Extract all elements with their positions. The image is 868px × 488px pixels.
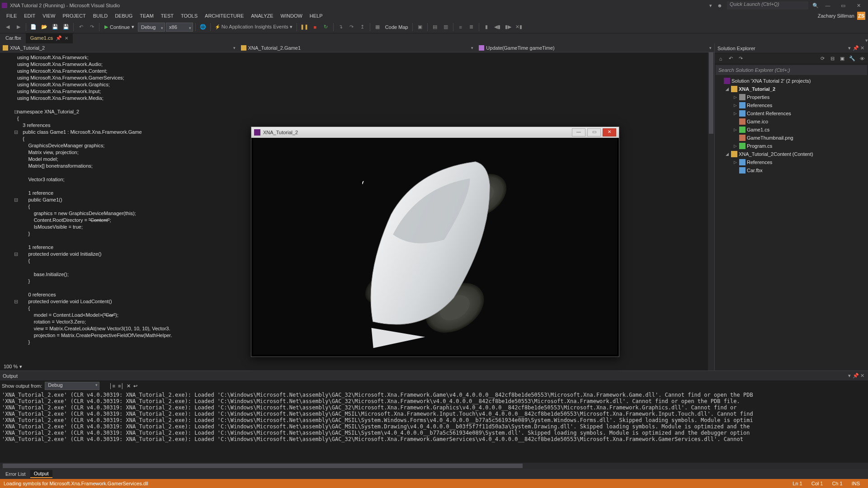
pane-dropdown-icon[interactable]: ▾ [846,45,853,51]
app-insights[interactable]: ⚡ No Application Insights Events ▾ [213,24,294,30]
platform-combo[interactable]: x86 [166,23,193,32]
new-button[interactable]: 📄 [28,22,38,32]
tb-icon-2[interactable]: ▤ [430,22,440,32]
home-icon[interactable]: ⌂ [717,55,725,63]
game-titlebar[interactable]: XNA_Tutorial_2 — ▭ ✕ [251,127,619,138]
game-minimize[interactable]: — [572,128,585,136]
solexp-search[interactable]: Search Solution Explorer (Ctrl+;) [716,65,867,75]
filetab-game1-cs[interactable]: Game1.cs📌✕ [26,33,73,43]
config-combo[interactable]: Debug [138,23,165,32]
output-source-combo[interactable]: Debug [45,382,99,390]
collapse-icon[interactable]: ⊟ [828,55,836,63]
tree-references[interactable]: ▷References [715,158,868,166]
menu-build[interactable]: BUILD [90,13,111,19]
tree-xna_tutorial_2[interactable]: ◢XNA_Tutorial_2 [715,85,868,93]
tree-xna_tutorial_2content-content-[interactable]: ◢XNA_Tutorial_2Content (Content) [715,150,868,158]
zoom-combo[interactable]: 100 %▾ [0,362,26,371]
game-maximize[interactable]: ▭ [587,128,601,136]
menu-project[interactable]: PROJECT [59,13,89,19]
nav-member[interactable]: Update(GameTime gameTime) [476,43,714,52]
tree-references[interactable]: ▷References [715,101,868,109]
output-hscroll[interactable] [0,463,868,469]
nav-back-button[interactable]: ◀ [3,22,13,32]
menu-window[interactable]: WINDOW [277,13,306,19]
save-button[interactable]: 💾 [50,22,60,32]
output-wrap-icon[interactable]: ↩ [133,383,137,389]
tab-errorlist[interactable]: Error List [2,470,29,478]
next-bookmark-button[interactable]: ▮▶ [503,22,513,32]
pause-button[interactable]: ❚❚ [299,22,309,32]
nav-fwd-button[interactable]: ▶ [14,22,24,32]
preview-icon[interactable]: 👁 [858,55,866,63]
menu-architecture[interactable]: ARCHITECTURE [201,13,247,19]
open-button[interactable]: 📂 [39,22,49,32]
menu-debug[interactable]: DEBUG [111,13,136,19]
tb-icon-1[interactable]: ▣ [415,22,425,32]
nav-scope[interactable]: XNA_Tutorial_2 [0,43,238,52]
step-into-button[interactable]: ↴ [336,22,346,32]
redo-button[interactable]: ↷ [87,22,97,32]
outline-toggle[interactable]: ⊟ [14,298,18,305]
feedback-icon[interactable]: ☻ [715,3,724,8]
tree-gamethumbnail-png[interactable]: GameThumbnail.png [715,134,868,142]
tb-icon-4[interactable]: ≡ [456,22,466,32]
tree-solution-xna-tutorial-2-2-projects-[interactable]: Solution 'XNA Tutorial 2' (2 projects) [715,77,868,85]
browser-button[interactable]: 🌐 [198,22,208,32]
editor-scrollbar[interactable] [708,52,714,371]
output-pin-icon[interactable]: 📌 [853,373,859,379]
codemap-icon[interactable]: ▦ [373,22,382,32]
menu-help[interactable]: HELP [306,13,326,19]
solution-tree[interactable]: Solution 'XNA Tutorial 2' (2 projects)◢X… [715,76,868,371]
notification-icon[interactable]: ▾ [706,3,715,9]
back-icon[interactable]: ↶ [726,55,735,63]
tb-icon-5[interactable]: ≣ [467,22,476,32]
minimize-button[interactable]: — [820,1,835,10]
output-dropdown-icon[interactable]: ▾ [846,373,853,379]
menu-tools[interactable]: TOOLS [177,13,201,19]
showall-icon[interactable]: ▣ [838,55,846,63]
continue-button[interactable]: ▶Continue▾ [102,23,137,32]
tab-output[interactable]: Output [30,470,52,478]
outline-toggle[interactable]: ⊟ [14,251,18,258]
menu-edit[interactable]: EDIT [20,13,39,19]
tree-game-ico[interactable]: Game.ico [715,117,868,126]
menu-test[interactable]: TEST [157,13,177,19]
clear-bookmarks-button[interactable]: ✕▮ [514,22,524,32]
search-icon[interactable]: 🔍 [811,3,820,9]
tree-content-references[interactable]: ▷Content References [715,109,868,117]
outline-toggle[interactable]: ⊟ [14,197,18,203]
stop-button[interactable]: ■ [310,22,320,32]
properties-icon[interactable]: 🔧 [848,55,856,63]
step-over-button[interactable]: ↷ [347,22,357,32]
nav-class[interactable]: XNA_Tutorial_2.Game1 [238,43,476,52]
output-goto-icon[interactable]: ≡│ [118,383,124,389]
tree-properties[interactable]: ▷Properties [715,93,868,101]
codemap-button[interactable]: Code Map [383,24,410,30]
filetab-car-fbx[interactable]: Car.fbx [1,33,26,43]
prev-bookmark-button[interactable]: ◀▮ [492,22,502,32]
pane-pin-icon[interactable]: 📌 [853,45,859,51]
output-text[interactable]: 'XNA_Tutorial_2.exe' (CLR v4.0.30319: XN… [0,391,868,463]
output-close-icon[interactable]: ✕ [859,373,865,379]
bookmark-button[interactable]: ▮ [481,22,491,32]
tree-program-cs[interactable]: ▷Program.cs [715,142,868,150]
menu-view[interactable]: VIEW [39,13,59,19]
tree-car-fbx[interactable]: Car.fbx [715,166,868,174]
menu-analyze[interactable]: ANALYZE [247,13,277,19]
menu-team[interactable]: TEAM [136,13,157,19]
menu-file[interactable]: FILE [3,13,20,19]
user-name[interactable]: Zachary Silliman [818,13,854,19]
game-window[interactable]: XNA_Tutorial_2 — ▭ ✕ [251,127,619,357]
tb-icon-3[interactable]: ▥ [441,22,451,32]
outline-toggle[interactable]: ⊟ [14,129,18,136]
undo-button[interactable]: ↶ [76,22,86,32]
restart-button[interactable]: ↻ [321,22,331,32]
step-out-button[interactable]: ↥ [358,22,368,32]
tree-game1-cs[interactable]: ▷Game1.cs [715,126,868,134]
user-avatar[interactable]: ZS [857,12,865,20]
close-button[interactable]: ✕ [851,1,866,10]
pane-close-icon[interactable]: ✕ [859,45,865,51]
fwd-icon[interactable]: ↷ [736,55,745,63]
save-all-button[interactable]: 💾 [61,22,71,32]
maximize-button[interactable]: ▭ [835,1,851,10]
